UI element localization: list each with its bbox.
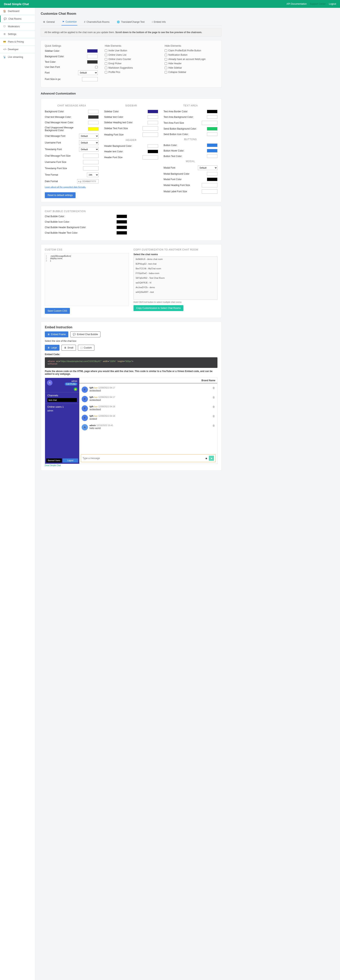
bubble-header-text-swatch[interactable] [117, 231, 127, 235]
room-option[interactable]: BJPhkyg0J - test chat [134, 261, 217, 266]
hide-option[interactable]: Notification Button [164, 54, 217, 56]
chat-bg-swatch[interactable] [88, 110, 99, 113]
btn-text-swatch[interactable] [207, 154, 217, 158]
api-docs-link[interactable]: API Documentation [286, 3, 307, 5]
header-size-input[interactable] [142, 155, 158, 159]
checkbox[interactable] [105, 54, 107, 56]
sidebar-text-size-input[interactable] [142, 126, 158, 130]
user-size-input[interactable] [83, 160, 99, 164]
ta-bg-swatch[interactable] [207, 115, 217, 119]
send-button[interactable]: ➤ [209, 456, 214, 461]
modal-bg-swatch[interactable] [207, 172, 217, 176]
tab-general[interactable]: ⚙General [42, 18, 55, 25]
chat-unapproved-swatch[interactable] [88, 127, 99, 131]
checkbox[interactable] [105, 49, 107, 52]
checkbox[interactable] [164, 49, 167, 52]
banned-users-button[interactable]: Banned Users [46, 458, 62, 463]
delete-icon[interactable]: 🗑 [212, 396, 215, 399]
room-option[interactable]: xpGQkFRJE - hi [134, 280, 217, 285]
checkbox[interactable] [164, 58, 167, 60]
size-small[interactable]: 🖥Small [62, 345, 76, 351]
css-editor[interactable]: 1.replyMessageButton{ 2 display:none; 3} [45, 253, 129, 306]
bubble-color-swatch[interactable] [117, 215, 127, 218]
checkbox[interactable] [164, 62, 167, 65]
font-select[interactable]: Default [78, 70, 98, 75]
checkbox[interactable] [105, 71, 107, 73]
nav-moderators[interactable]: 🛡Moderators [0, 23, 35, 30]
nav-developer[interactable]: </>Developer [0, 46, 35, 53]
hide-option[interactable]: Markdown Suggestions [105, 67, 158, 69]
tab-translate[interactable]: 🌐Translate/Change Text [116, 18, 145, 25]
room-option[interactable]: AnJowDYZb - demo [134, 285, 217, 290]
hide-option[interactable]: Profile Pics [105, 71, 158, 73]
tab-customize[interactable]: ⚑Customize [62, 18, 77, 25]
nav-plans[interactable]: 💳Plans & Pricing [0, 38, 35, 45]
checkbox[interactable] [164, 54, 167, 56]
room-option[interactable]: wHQ26eRRT - test [134, 290, 217, 294]
ta-size-input[interactable] [202, 121, 217, 125]
chat-hover-swatch[interactable] [88, 121, 99, 124]
logout-link[interactable]: Logout [329, 3, 336, 5]
btn-hover-swatch[interactable] [207, 149, 217, 153]
hide-option[interactable]: Invite User Button [105, 49, 158, 52]
tab-channels[interactable]: #Channels/Sub-Rooms [83, 18, 110, 25]
edit-profile-button[interactable]: Edit Profile [65, 383, 77, 385]
modal-color-swatch[interactable] [207, 178, 217, 181]
send-icon-swatch[interactable] [207, 132, 217, 136]
delete-icon[interactable]: 🗑 [212, 405, 215, 408]
save-css-button[interactable]: Save Custom CSS [45, 308, 70, 314]
delete-icon[interactable]: 🗑 [212, 387, 215, 390]
delete-icon[interactable]: 🗑 [212, 415, 215, 418]
hide-option[interactable]: Online Users List [105, 54, 158, 56]
header-text-swatch[interactable] [148, 150, 158, 153]
send-bg-swatch[interactable] [207, 127, 217, 130]
date-fmt-input[interactable] [77, 179, 99, 183]
hide-option[interactable]: Hide Sidebar [164, 67, 217, 69]
size-large[interactable]: 🖥Large [45, 345, 60, 351]
room-list[interactable]: tIe9k6Kc9 - demo chat roomBJPhkyg0J - te… [133, 256, 217, 300]
hide-option[interactable]: Online Users Counter [105, 58, 158, 60]
hide-option[interactable]: Claim Profile/Edit Profile Button [164, 49, 217, 52]
nav-live[interactable]: 📡Live streaming [0, 54, 35, 60]
msg-font-select[interactable]: Default [79, 134, 99, 138]
hide-option[interactable]: Hide Header [164, 62, 217, 65]
emoji-icon[interactable]: ☻ [205, 457, 208, 460]
nav-chat-rooms[interactable]: 💬Chat Rooms [0, 16, 35, 22]
nav-dashboard[interactable]: 🏠Dashboard [0, 8, 35, 14]
sidebar-heading-swatch[interactable] [148, 121, 158, 124]
embed-bubble-tab[interactable]: 💬Embed Chat Bubble [70, 331, 100, 337]
time-fmt-select[interactable]: 24h [87, 172, 99, 177]
reset-defaults-button[interactable]: Reset to default settings [45, 192, 76, 198]
checkbox[interactable] [105, 67, 107, 69]
copy-custom-button[interactable]: Copy Customization to Select Chat Rooms [133, 305, 183, 311]
checkbox[interactable] [164, 71, 167, 73]
bg-color-swatch[interactable] [87, 55, 98, 58]
delete-icon[interactable]: 🗑 [212, 424, 215, 427]
btn-color-swatch[interactable] [207, 143, 217, 147]
ts-size-input[interactable] [83, 166, 99, 170]
room-option[interactable]: BexTCCr9t - MyChat room [134, 266, 217, 271]
message-input[interactable] [82, 457, 205, 460]
hide-option[interactable]: Emoji Picker [105, 62, 158, 65]
sidebar-head-size-input[interactable] [142, 132, 158, 137]
ts-font-select[interactable]: Default [79, 147, 99, 152]
size-custom[interactable]: ⬚Custom [78, 345, 94, 351]
own-font-checkbox[interactable] [95, 66, 98, 68]
sidebar-text-swatch[interactable] [148, 115, 158, 119]
tab-embed[interactable]: iEmbed Info [151, 18, 166, 25]
room-option[interactable]: S8Tq6xHN2 - Test Chat Room [134, 275, 217, 280]
date-formats-link[interactable]: Learn about all the supported date forma… [45, 186, 86, 188]
support-link[interactable]: Support Center [310, 3, 326, 5]
room-option[interactable]: FYGiplOwC - baba-room [134, 271, 217, 275]
notify-icon[interactable]: 🔔 [74, 388, 77, 391]
preview-logout-button[interactable]: Logout [63, 458, 78, 463]
hide-option[interactable]: Collapse Sidebar [164, 71, 217, 73]
checkbox[interactable] [164, 67, 167, 69]
modal-font-select[interactable]: Default [198, 165, 217, 170]
sidebar-color-swatch-adv[interactable] [148, 110, 158, 113]
chat-text-swatch[interactable] [88, 115, 99, 119]
checkbox[interactable] [105, 58, 107, 60]
checkbox[interactable] [105, 62, 107, 65]
ta-border-swatch[interactable] [207, 110, 217, 113]
user-font-select[interactable]: Default [79, 140, 99, 145]
